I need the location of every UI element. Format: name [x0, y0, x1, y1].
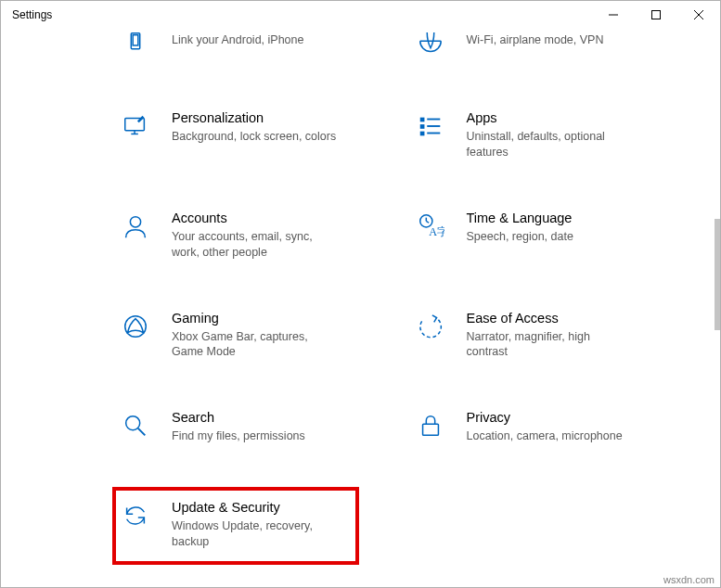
tile-desc: Find my files, permissions	[172, 428, 339, 444]
tile-network[interactable]: Wi-Fi, airplane mode, VPN	[407, 29, 684, 66]
tile-title: Privacy	[467, 410, 676, 425]
phone-icon	[120, 29, 151, 60]
tile-gaming[interactable]: Gaming Xbox Game Bar, captures, Game Mod…	[112, 305, 389, 366]
tile-desc: Uninstall, defaults, optional features	[467, 129, 634, 160]
globe-icon	[415, 29, 446, 60]
personalization-icon	[120, 110, 151, 142]
tile-desc: Narrator, magnifier, high contrast	[467, 329, 634, 361]
svg-point-22	[126, 416, 140, 430]
tile-desc: Wi-Fi, airplane mode, VPN	[467, 32, 634, 48]
tile-desc: Link your Android, iPhone	[172, 32, 339, 48]
tile-desc: Windows Update, recovery, backup	[172, 518, 339, 550]
tile-title: Ease of Access	[467, 311, 676, 326]
apps-icon	[415, 110, 446, 142]
tile-search[interactable]: Search Find my files, permissions	[112, 404, 389, 450]
tile-desc: Xbox Game Bar, captures, Game Mode	[172, 329, 339, 361]
tile-title: Personalization	[172, 110, 381, 125]
time-language-icon: A字	[415, 211, 446, 242]
search-icon	[120, 410, 151, 441]
minimize-button[interactable]	[592, 1, 635, 29]
tile-desc: Location, camera, microphone	[467, 428, 634, 444]
ease-of-access-icon	[415, 311, 446, 342]
privacy-icon	[415, 410, 446, 441]
svg-text:A字: A字	[429, 225, 444, 238]
tile-phone[interactable]: Link your Android, iPhone	[112, 29, 389, 66]
tile-update-security[interactable]: Update & Security Windows Update, recove…	[112, 494, 389, 556]
settings-content: Link your Android, iPhone Wi-Fi, airplan…	[1, 29, 720, 587]
svg-rect-5	[133, 35, 138, 45]
tile-title: Gaming	[172, 311, 381, 326]
watermark: wsxdn.com	[663, 574, 715, 585]
accounts-icon	[120, 211, 151, 242]
tile-apps[interactable]: Apps Uninstall, defaults, optional featu…	[407, 105, 684, 166]
tile-desc: Background, lock screen, colors	[172, 129, 339, 145]
svg-rect-10	[419, 118, 424, 122]
tile-ease-of-access[interactable]: Ease of Access Narrator, magnifier, high…	[407, 305, 684, 366]
tile-title: Time & Language	[467, 211, 676, 225]
tile-privacy[interactable]: Privacy Location, camera, microphone	[407, 404, 684, 450]
gaming-icon	[120, 311, 151, 342]
svg-rect-1	[652, 11, 661, 19]
tile-title: Update & Security	[172, 500, 381, 515]
settings-grid: Link your Android, iPhone Wi-Fi, airplan…	[112, 29, 683, 556]
svg-line-23	[138, 428, 146, 436]
svg-line-19	[426, 221, 429, 223]
tile-title: Apps	[467, 110, 676, 125]
tile-title: Accounts	[172, 211, 381, 225]
maximize-button[interactable]	[635, 1, 677, 29]
tile-personalization[interactable]: Personalization Background, lock screen,…	[112, 105, 389, 166]
tile-desc: Your accounts, email, sync, work, other …	[172, 229, 339, 261]
tile-accounts[interactable]: Accounts Your accounts, email, sync, wor…	[112, 205, 389, 266]
svg-rect-24	[422, 424, 438, 435]
scrollbar[interactable]	[715, 219, 720, 330]
svg-point-16	[130, 216, 140, 226]
close-button[interactable]	[677, 1, 720, 29]
tile-desc: Speech, region, date	[467, 229, 634, 245]
svg-rect-12	[419, 124, 424, 129]
titlebar: Settings	[1, 1, 720, 29]
window-title: Settings	[12, 8, 592, 21]
update-security-icon	[120, 500, 151, 531]
svg-rect-14	[419, 132, 424, 136]
tile-title: Search	[172, 410, 381, 425]
tile-time-language[interactable]: A字 Time & Language Speech, region, date	[407, 205, 684, 266]
